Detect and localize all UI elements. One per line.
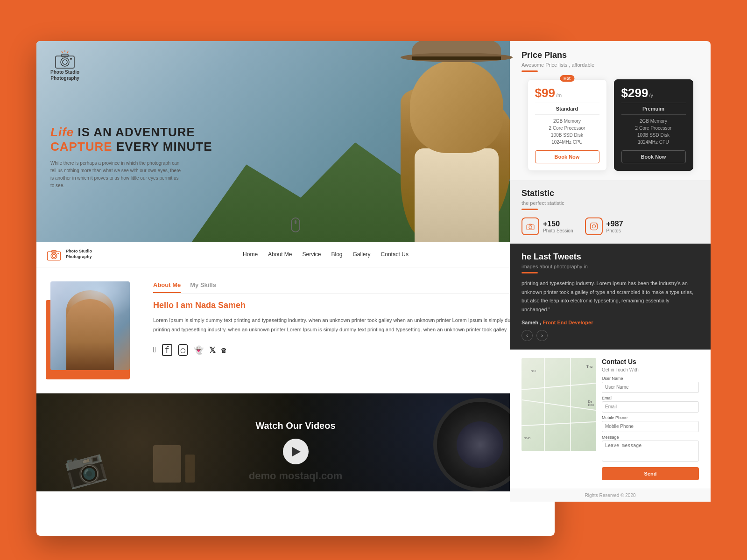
watermark-text: demo mostaql.com [249,470,342,482]
svg-point-1 [61,58,69,66]
camera-logo-icon [53,50,77,69]
facebook-icon[interactable]:  [153,345,156,355]
standard-book-button[interactable]: Book Now [535,150,599,163]
price-card-premium: $299 /y Premuim 2GB Memory 2 Core Proces… [614,79,693,171]
statistic-panel: Statistic the perfect statistic +150 Pho… [510,180,711,244]
scroll-dot [295,220,296,224]
social-icons:  f ○ 👻 𝕏 ☎ [153,344,545,356]
email-group: Email [602,396,699,413]
username-label: User Name [602,376,699,381]
nav-gallery[interactable]: Gallery [353,251,371,258]
hero-title-line1: Life IS AN ADVENTURE [50,125,212,140]
stat-session: +150 Photo Session [521,217,573,235]
message-group: Message [602,435,699,463]
tweets-subtitle: images about photography in [521,264,699,269]
contact-title: Contact Us [602,358,699,365]
photos-number: +987 [606,220,623,228]
nav-home[interactable]: Home [243,251,258,258]
tweet-author-role: Front End Developer [543,320,593,325]
premium-period: /y [649,92,653,98]
nav-logo-icon [46,248,62,261]
username-group: User Name [602,376,699,393]
contact-map: Thu DeBou N845 N40 [521,358,596,451]
nav-contact[interactable]: Contact Us [381,251,409,258]
about-description: Lorem Ipsum is simply dummy text printin… [153,316,545,335]
email-input[interactable] [602,401,699,413]
message-label: Message [602,435,699,440]
stat-photos: +987 Photos [585,217,623,235]
tweet-author: Sameh , Front End Developer [521,320,699,325]
outer-background: Photo StudioPhotography Life IS AN ADVEN… [0,0,747,560]
about-image-container [46,281,139,379]
tweet-author-name: Sameh [521,320,538,325]
about-tabs: About Me My Skills [153,281,545,294]
about-section: About Me My Skills Hello I am Nada Sameh… [36,267,555,393]
svg-line-7 [62,51,63,53]
svg-point-18 [596,224,597,224]
statistic-underline [521,209,538,210]
standard-feature-1: 2GB Memory [535,119,599,124]
hero-logo-text: Photo StudioPhotography [50,69,79,81]
nav-logo-text: Photo StudioPhotography [66,249,92,259]
video-section: 📷 Watch Our Videos demo mostaql.com [36,393,555,491]
svg-point-9 [51,253,57,259]
session-number: +150 [543,220,573,228]
phone-input[interactable] [602,421,699,432]
message-input[interactable] [602,441,699,462]
statistic-subtitle: the perfect statistic [521,200,699,206]
premium-feature-3: 100B SSD Disk [621,133,686,138]
facebook-icon[interactable]: f [162,344,172,356]
contact-form: Contact Us Get in Touch With User Name E… [602,358,699,480]
nav-blog[interactable]: Blog [331,251,343,258]
hero-section: Photo StudioPhotography Life IS AN ADVEN… [36,41,555,242]
standard-feature-3: 100B SSD Disk [535,133,599,138]
hero-adventure-text: IS AN ADVENTURE [78,125,195,139]
svg-point-14 [529,226,532,229]
svg-point-10 [52,254,56,258]
standard-feature-2: 2 Core Processor [535,126,599,131]
camera-stat-icon [521,217,539,235]
price-plans-subtitle: Awesome Price lists , affordable [521,62,699,68]
contact-panel: Thu DeBou N845 N40 Contact Us Get in Tou… [510,350,711,489]
snapchat-icon[interactable]: 👻 [194,345,204,355]
tweets-title: he Last Tweets [521,252,699,262]
premium-book-button[interactable]: Book Now [621,150,686,163]
premium-feature-1: 2GB Memory [621,119,686,124]
tweets-underline [521,272,538,273]
hero-person [387,41,527,242]
tab-my-skills[interactable]: My Skills [190,281,216,293]
svg-line-6 [67,51,68,53]
tweet-next-button[interactable]: › [536,330,548,341]
scroll-indicator[interactable] [291,217,300,232]
tab-about-me[interactable]: About Me [153,281,181,293]
tweet-nav: ‹ › [521,330,699,341]
browser-window: Photo StudioPhotography Life IS AN ADVEN… [36,41,555,536]
hot-badge: Hot [560,75,574,82]
statistic-title: Statistic [521,189,699,198]
video-props [153,445,195,484]
premium-feature-4: 1024MHz CPU [621,140,686,145]
about-image [50,281,130,370]
twitter-icon[interactable]: 𝕏 [209,345,216,355]
premium-feature-2: 2 Core Processor [621,126,686,131]
svg-point-17 [592,225,595,228]
price-plans-title: Price Plans [521,50,699,60]
footer-text: Rights Reserved © 2020 [585,493,635,498]
send-button[interactable]: Send [602,467,699,480]
nav-about[interactable]: About Me [268,251,292,258]
nav-links: Home About Me Service Blog Gallery Conta… [111,251,541,258]
whatsapp-icon[interactable]: ☎ [221,345,226,355]
tweet-text: printing and typesetting industry. Lorem… [521,279,699,314]
username-input[interactable] [602,382,699,393]
play-button[interactable] [283,439,309,464]
standard-name: Standard [535,103,599,115]
instagram-icon[interactable]: ○ [178,344,188,356]
tweet-prev-button[interactable]: ‹ [521,330,533,341]
svg-rect-3 [62,54,68,57]
price-card-standard: Hot $99 /m Standard 2GB Memory 2 Core Pr… [528,79,607,171]
photos-label: Photos [606,228,623,233]
nav-service[interactable]: Service [302,251,321,258]
svg-rect-11 [52,251,56,252]
about-name: Hello I am Nada Sameh [153,301,545,310]
phone-label: Mobile Phone [602,415,699,420]
